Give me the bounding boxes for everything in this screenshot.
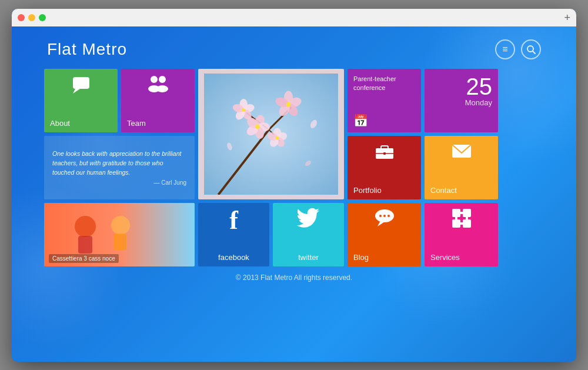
quote-author: — Carl Jung bbox=[153, 179, 186, 186]
svg-line-1 bbox=[533, 51, 535, 54]
footer: © 2013 Flat Metro All rights reserved. bbox=[12, 266, 576, 282]
svg-rect-41 bbox=[381, 146, 388, 149]
svg-rect-59 bbox=[459, 212, 464, 214]
menu-icon[interactable]: ≡ bbox=[495, 39, 515, 59]
svg-rect-60 bbox=[459, 222, 464, 225]
app-background: Flat Metro ≡ bbox=[12, 26, 576, 362]
puzzle-icon bbox=[451, 208, 472, 231]
calendar-icon: 📅 bbox=[353, 114, 368, 128]
svg-point-24 bbox=[242, 108, 245, 112]
svg-point-7 bbox=[156, 85, 168, 92]
search-icon[interactable] bbox=[521, 39, 541, 59]
svg-point-53 bbox=[383, 215, 386, 217]
contact-label: Contact bbox=[430, 186, 457, 195]
svg-rect-58 bbox=[463, 219, 471, 228]
portfolio-tile[interactable]: Portfolio bbox=[348, 136, 421, 199]
app-title: Flat Metro bbox=[47, 40, 127, 59]
team-tile[interactable]: Team bbox=[121, 69, 195, 132]
footer-text: © 2013 Flat Metro All rights reserved. bbox=[236, 274, 352, 282]
kids-photo-tile[interactable]: Cassettiera 3 cass noce bbox=[44, 203, 195, 266]
svg-point-36 bbox=[255, 124, 260, 129]
svg-point-4 bbox=[151, 76, 158, 83]
title-bar: + bbox=[12, 9, 576, 26]
blog-label: Blog bbox=[353, 253, 369, 262]
svg-point-48 bbox=[111, 216, 130, 235]
svg-point-52 bbox=[379, 215, 382, 217]
svg-marker-3 bbox=[73, 89, 80, 94]
new-tab-button[interactable]: + bbox=[564, 11, 570, 24]
quote-text: One looks back with appreciation to the … bbox=[52, 149, 186, 178]
svg-rect-43 bbox=[383, 152, 386, 155]
date-number: 25 bbox=[466, 75, 493, 98]
app-header: Flat Metro ≡ bbox=[12, 26, 576, 69]
maximize-button[interactable] bbox=[39, 14, 46, 21]
facebook-label: facebook bbox=[218, 253, 249, 262]
minimize-button[interactable] bbox=[28, 14, 35, 21]
twitter-tile[interactable]: twitter bbox=[273, 203, 344, 266]
header-actions: ≡ bbox=[495, 39, 541, 59]
svg-point-30 bbox=[276, 136, 279, 139]
twitter-icon bbox=[297, 208, 320, 233]
calendar-event-tile[interactable]: Parent-teacher conference 📅 bbox=[348, 69, 421, 132]
svg-point-46 bbox=[75, 216, 96, 237]
about-tile[interactable]: About bbox=[44, 69, 118, 132]
svg-point-54 bbox=[387, 215, 390, 217]
blog-tile[interactable]: Blog bbox=[348, 203, 421, 266]
comment-icon bbox=[374, 208, 395, 229]
quote-tile[interactable]: One looks back with appreciation to the … bbox=[44, 136, 195, 199]
svg-point-18 bbox=[286, 102, 291, 106]
team-label: Team bbox=[127, 119, 146, 128]
svg-rect-61 bbox=[455, 216, 457, 221]
envelope-icon bbox=[451, 141, 472, 164]
svg-rect-47 bbox=[78, 236, 92, 254]
services-tile[interactable]: Services bbox=[425, 203, 498, 266]
twitter-label: twitter bbox=[298, 253, 319, 262]
portfolio-label: Portfolio bbox=[353, 186, 382, 195]
kids-caption: Cassettiera 3 cass noce bbox=[49, 254, 119, 263]
date-day: Monday bbox=[465, 98, 492, 107]
briefcase-icon bbox=[375, 141, 395, 164]
date-tile[interactable]: 25 Monday bbox=[425, 69, 498, 132]
users-icon bbox=[147, 74, 169, 97]
svg-point-5 bbox=[159, 76, 166, 83]
svg-rect-62 bbox=[466, 216, 468, 221]
svg-rect-56 bbox=[463, 209, 471, 217]
facebook-icon: f bbox=[229, 208, 238, 234]
svg-marker-51 bbox=[377, 222, 385, 226]
svg-rect-55 bbox=[452, 209, 460, 217]
close-button[interactable] bbox=[18, 14, 25, 21]
contact-tile[interactable]: Contact bbox=[425, 136, 498, 199]
svg-rect-49 bbox=[113, 234, 126, 250]
services-label: Services bbox=[430, 253, 460, 262]
app-window: + Flat Metro ≡ bbox=[12, 9, 576, 362]
svg-rect-57 bbox=[452, 219, 460, 228]
svg-rect-2 bbox=[73, 77, 89, 89]
chat-icon bbox=[71, 74, 92, 99]
calendar-event-text: Parent-teacher conference bbox=[353, 75, 415, 93]
about-label: About bbox=[50, 119, 70, 128]
facebook-tile[interactable]: f facebook bbox=[198, 203, 269, 266]
photo-tile[interactable] bbox=[198, 69, 344, 199]
tiles-grid: About Team bbox=[12, 69, 576, 266]
